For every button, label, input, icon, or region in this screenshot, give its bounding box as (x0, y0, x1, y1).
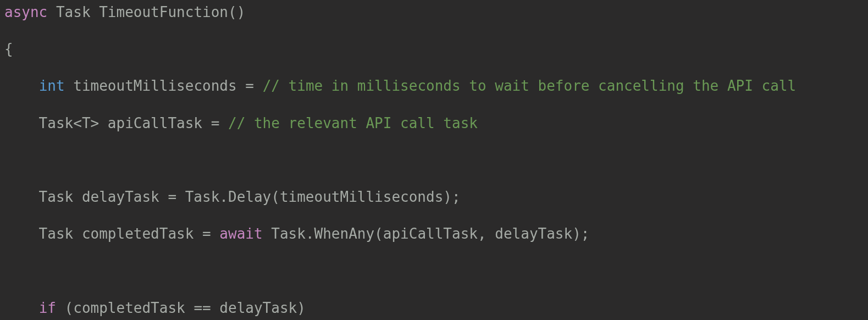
code-line: Task<T> apiCallTask = // the relevant AP… (4, 114, 868, 133)
code-token: // the relevant API call task (228, 115, 478, 131)
code-line: async Task TimeoutFunction() (4, 3, 868, 22)
code-token (4, 262, 13, 279)
code-token: await (219, 225, 262, 242)
code-line: { (4, 40, 868, 59)
code-token: Task<T> apiCallTask = (4, 115, 228, 131)
code-line: Task completedTask = await Task.WhenAny(… (4, 225, 868, 244)
code-token: // time in milliseconds to wait before c… (263, 78, 797, 94)
code-token: if (39, 300, 56, 316)
code-token: async (4, 4, 47, 20)
code-token: { (4, 41, 13, 57)
code-token (4, 78, 39, 94)
code-token: Task.WhenAny(apiCallTask, delayTask); (263, 225, 590, 242)
code-block: async Task TimeoutFunction() { int timeo… (0, 0, 868, 320)
code-token: Task completedTask = (4, 225, 219, 242)
code-token: int (39, 78, 65, 94)
code-token: (completedTask == delayTask) (56, 300, 306, 316)
code-token: Task TimeoutFunction() (47, 4, 245, 20)
code-line (4, 151, 868, 170)
code-token (4, 152, 13, 168)
code-token (4, 300, 39, 316)
code-token: Task delayTask = Task.Delay(timeoutMilli… (4, 189, 461, 205)
code-token: timeoutMilliseconds = (65, 78, 263, 94)
code-line: Task delayTask = Task.Delay(timeoutMilli… (4, 188, 868, 207)
code-line (4, 262, 868, 280)
code-line: if (completedTask == delayTask) (4, 299, 868, 318)
code-line: int timeoutMilliseconds = // time in mil… (4, 77, 868, 96)
